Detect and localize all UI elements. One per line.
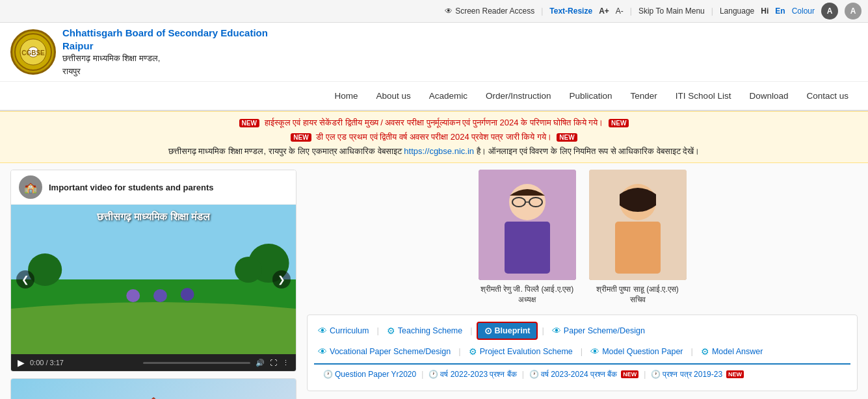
avatar-a2[interactable]: A: [845, 3, 861, 19]
utility-bar: 👁 Screen Reader Access | Text-Resize A+ …: [0, 0, 868, 23]
skip-main-menu[interactable]: Skip To Main Menu: [638, 6, 705, 16]
gear-icon: ⚙: [387, 326, 395, 336]
new-badge-small-2: NEW: [726, 370, 744, 378]
official-photo-1: [479, 170, 576, 280]
nav-home[interactable]: Home: [325, 82, 367, 110]
announcement-bar: NEW हाईस्कूल एवं हायर सेकेंडरी द्वितीय म…: [0, 111, 868, 163]
announcement-2: NEW डी एल एड प्रथम एवं द्वितीय वर्ष अवसर…: [10, 130, 858, 144]
official-title-2: सचिव: [589, 295, 687, 304]
org-name: Chhattisgarh Board of Secondary Educatio…: [62, 27, 268, 77]
official-title-1: अध्यक्ष: [479, 295, 576, 304]
video-next-btn[interactable]: ❯: [272, 270, 291, 289]
bottom-thumbnail: 🏫: [10, 378, 296, 399]
logo-area: CGBSE Chhattisgarh Board of Secondary Ed…: [10, 27, 268, 77]
eye-icon-2: 👁: [552, 326, 561, 336]
quick-links-row-2: 👁 Vocational Paper Scheme/Design | ⚙ Pro…: [314, 345, 850, 358]
org-name-en2: Raipur: [62, 40, 268, 53]
ql-model-question[interactable]: 👁 Model Question Paper: [586, 345, 687, 358]
clock-icon: 🕐: [323, 370, 333, 379]
video-controls: ▶ 0:00 / 3:17 🔊 ⛶ ⋮: [11, 354, 296, 371]
left-panel: 🏫 Important video for students and paren…: [10, 170, 296, 399]
video-thumbnail: छत्तीसगढ़ माध्यमिक शिक्षा मंडल: [11, 205, 296, 354]
announcement-3: छत्तीसगढ़ माध्यमिक शिक्षा मण्डल, रायपुर …: [10, 144, 858, 159]
nav-tender[interactable]: Tender: [622, 82, 666, 110]
video-section: 🏫 Important video for students and paren…: [10, 170, 296, 372]
eye-icon-3: 👁: [318, 346, 327, 357]
progress-bar[interactable]: [143, 362, 251, 364]
circle-icon: ⊙: [484, 326, 492, 336]
fullscreen-icon[interactable]: ⛶: [270, 359, 277, 367]
text-resize[interactable]: Text-Resize: [549, 6, 592, 16]
gear-icon-3: ⚙: [701, 346, 709, 357]
svg-text:CGBSE: CGBSE: [21, 49, 45, 57]
play-button[interactable]: ▶: [18, 357, 25, 368]
svg-rect-20: [615, 222, 661, 274]
nav-order-instruction[interactable]: Order/Instruction: [477, 82, 560, 110]
svg-rect-14: [505, 222, 550, 274]
clock-icon-3: 🕐: [529, 370, 539, 379]
volume-icon[interactable]: 🔊: [256, 359, 265, 367]
nav-publication[interactable]: Publication: [560, 82, 622, 110]
school-icon: 🏫: [19, 175, 42, 199]
language-selector[interactable]: Language: [720, 6, 754, 16]
svg-point-9: [126, 289, 140, 302]
video-player[interactable]: छत्तीसगढ़ माध्यमिक शिक्षा मंडल ❮ ❯: [11, 205, 296, 354]
nav-about-us[interactable]: About us: [367, 82, 419, 110]
new-badge-small-1: NEW: [621, 370, 638, 378]
nav-contact-us[interactable]: Contact us: [797, 82, 858, 110]
nav-academic[interactable]: Academic: [420, 82, 477, 110]
eye-icon: 👁: [318, 326, 327, 336]
bottom-links-row: 🕐 Question Paper Yr2020 | 🕐 वर्ष 2022-20…: [314, 363, 850, 384]
right-panel: श्रीमती रेणु जी. पिल्लै (आई.ए.एस) अध्यक्…: [307, 170, 858, 399]
new-badge-1: NEW: [239, 119, 259, 127]
org-name-hi2: रायपुर: [62, 65, 268, 78]
text-large-btn[interactable]: A+: [599, 6, 609, 16]
official-website-link[interactable]: https://cgbse.nic.in: [404, 146, 474, 156]
clock-icon-4: 🕐: [651, 370, 661, 379]
ql-teaching-scheme[interactable]: ⚙ Teaching Scheme: [383, 324, 466, 337]
nav-download[interactable]: Download: [740, 82, 797, 110]
official-name-2: श्रीमती पुष्पा साहू (आई.ए.एस): [589, 284, 687, 295]
quick-links-row-1: 👁 Curriculum | ⚙ Teaching Scheme | ⊙ Blu…: [314, 322, 850, 340]
main-content: 🏫 Important video for students and paren…: [0, 163, 868, 399]
ql-curriculum[interactable]: 👁 Curriculum: [314, 324, 373, 337]
clock-icon-2: 🕐: [428, 370, 438, 379]
site-header: CGBSE Chhattisgarh Board of Secondary Ed…: [0, 23, 868, 82]
org-logo: CGBSE: [10, 29, 56, 75]
screen-reader-access[interactable]: 👁 Screen Reader Access: [445, 6, 534, 16]
bl-question-2023-24[interactable]: 🕐 वर्ष 2023-2024 प्रश्न बैंक NEW: [527, 368, 641, 380]
main-navigation: Home About us Academic Order/Instruction…: [0, 82, 868, 111]
bl-question-2022-23[interactable]: 🕐 वर्ष 2022-2023 प्रश्न बैंक: [426, 368, 519, 380]
video-header: 🏫 Important video for students and paren…: [11, 170, 296, 205]
bl-question-2020[interactable]: 🕐 Question Paper Yr2020: [321, 368, 419, 380]
video-section-title: Important video for students and parents: [49, 183, 214, 192]
lang-hi-btn[interactable]: Hi: [761, 6, 769, 16]
ql-project[interactable]: ⚙ Project Evalution Scheme: [465, 345, 577, 358]
lang-en-btn[interactable]: En: [775, 6, 785, 16]
video-overlay-text: छत्तीसगढ़ माध्यमिक शिक्षा मंडल: [11, 211, 296, 223]
svg-point-8: [235, 257, 262, 283]
nav-iti-school-list[interactable]: ITI School List: [666, 82, 741, 110]
colour-btn[interactable]: Colour: [792, 6, 815, 16]
org-name-hi1: छत्तीसगढ़ माध्यमिक शिक्षा मण्डल,: [62, 52, 268, 65]
bl-question-2019-23[interactable]: 🕐 प्रश्न पत्र 2019-23 NEW: [648, 368, 746, 380]
video-prev-btn[interactable]: ❮: [16, 270, 34, 289]
quick-links-section: 👁 Curriculum | ⚙ Teaching Scheme | ⊙ Blu…: [307, 315, 858, 391]
ql-blueprint[interactable]: ⊙ Blueprint: [477, 322, 538, 340]
eye-icon: 👁: [445, 6, 453, 16]
eye-icon-4: 👁: [590, 346, 599, 357]
more-options-icon[interactable]: ⋮: [282, 359, 289, 367]
ql-model-answer[interactable]: ⚙ Model Answer: [697, 345, 767, 358]
official-photo-2: [589, 170, 687, 280]
announcement-1: NEW हाईस्कूल एवं हायर सेकेंडरी द्वितीय म…: [10, 116, 858, 130]
official-card-2: श्रीमती पुष्पा साहू (आई.ए.एस) सचिव: [589, 170, 687, 304]
ql-paper-scheme[interactable]: 👁 Paper Scheme/Design: [548, 324, 649, 337]
text-small-btn[interactable]: A-: [616, 6, 624, 16]
new-badge-1b: NEW: [609, 119, 629, 127]
ql-vocational[interactable]: 👁 Vocational Paper Scheme/Design: [314, 345, 454, 358]
avatar-a1[interactable]: A: [821, 3, 838, 19]
official-name-1: श्रीमती रेणु जी. पिल्लै (आई.ए.एस): [479, 284, 576, 295]
new-badge-2: NEW: [291, 133, 311, 142]
official-card-1: श्रीमती रेणु जी. पिल्लै (आई.ए.एस) अध्यक्…: [479, 170, 576, 304]
svg-point-10: [153, 289, 167, 302]
